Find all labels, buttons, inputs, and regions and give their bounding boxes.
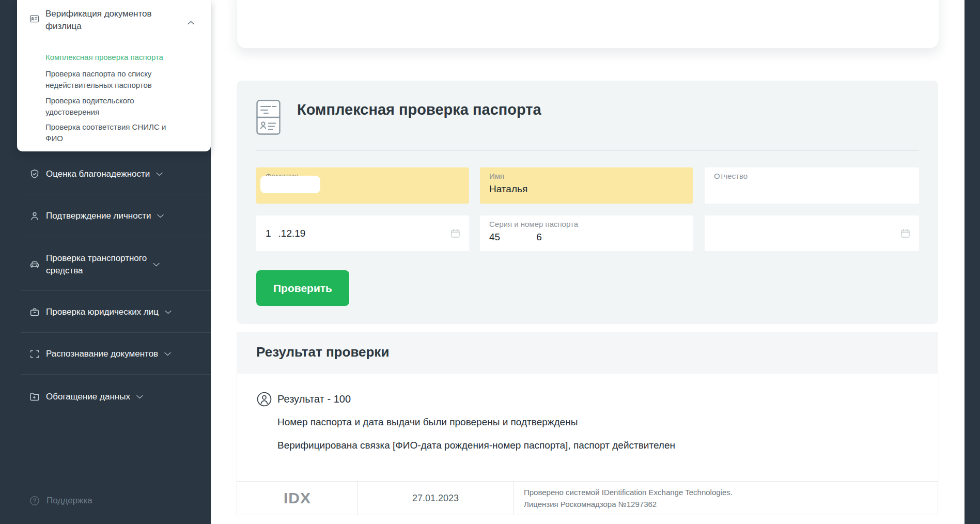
sidebar-item-snils-name-match-check[interactable]: Проверка соответствия СНИЛС и ФИО — [45, 121, 203, 144]
surname-field[interactable]: Фамилия — [256, 167, 469, 204]
chevron-down-icon — [157, 214, 164, 218]
sidebar-item-document-recognition[interactable]: Распознавание документов — [29, 342, 206, 366]
sidebar-item-driver-license-check[interactable]: Проверка водительского удостоверения — [45, 95, 203, 118]
result-detail-line: Номер паспорта и дата выдачи были провер… — [277, 416, 578, 428]
check-date: 27.01.2023 — [412, 493, 459, 504]
person-circle-icon — [256, 391, 272, 407]
sidebar-item-vehicle-check[interactable]: Проверка транспортного средства — [29, 252, 206, 277]
result-section-header: Результат проверки — [237, 332, 938, 374]
check-button[interactable]: Проверить — [256, 270, 349, 306]
result-footer: IDX 27.01.2023 Проверено системой IDenti… — [237, 481, 938, 515]
right-edge-panel — [965, 0, 980, 524]
license-text: Лицензия Роскомнадзора №1297362 — [524, 498, 657, 510]
chevron-up-icon — [188, 21, 194, 25]
sidebar-item-data-enrichment[interactable]: Обогащение данных — [29, 384, 206, 409]
first-name-label: Имя — [489, 172, 504, 180]
sidebar-item-legal-entities-check[interactable]: Проверка юридических лиц — [29, 300, 206, 325]
sidebar-item-label: Проверка юридических лиц — [46, 306, 159, 318]
sidebar-item-reliability-assessment[interactable]: Оценка благонадежности — [29, 162, 206, 187]
previous-section-card — [237, 0, 939, 49]
sidebar-item-label: Обогащение данных — [46, 391, 130, 403]
chevron-down-icon — [164, 352, 171, 356]
sidebar-item-label: Оценка благонадежности — [46, 168, 150, 180]
person-icon — [29, 210, 40, 222]
calendar-icon[interactable] — [900, 228, 911, 239]
result-section-body: Результат - 100 Номер паспорта и дата вы… — [237, 374, 939, 481]
result-score-line: Результат - 100 — [277, 393, 351, 405]
id-card-icon — [29, 13, 40, 24]
result-detail-line: Верифицирована связка [ФИО-дата рождения… — [277, 439, 675, 452]
sidebar-item-label: Проверка транспортного средства — [46, 252, 147, 277]
sidebar-divider — [21, 290, 211, 291]
submenu-title[interactable]: Верификация документов физлица — [45, 8, 185, 33]
title-divider — [256, 150, 919, 151]
shield-check-icon — [29, 168, 40, 180]
birth-date-field[interactable]: 1.12.19 — [256, 215, 469, 251]
passport-series-number-value: 456 — [489, 232, 542, 243]
chevron-down-icon — [153, 263, 160, 267]
sidebar-divider — [21, 194, 211, 194]
question-circle-icon — [29, 495, 40, 506]
sidebar-item-label: Распознавание документов — [46, 348, 158, 360]
sidebar: Верификация документов физлица Комплексн… — [0, 0, 211, 524]
passport-series-number-field[interactable]: Серия и номер паспорта 456 — [480, 215, 693, 251]
footer-logo-cell: IDX — [237, 482, 358, 515]
first-name-value: Наталья — [489, 183, 527, 195]
briefcase-icon — [29, 306, 40, 318]
sidebar-item-support[interactable]: Поддержка — [29, 495, 92, 506]
page-title: Комплексная проверка паспорта — [297, 101, 541, 118]
calendar-icon[interactable] — [450, 228, 461, 239]
footer-date-cell: 27.01.2023 — [358, 482, 514, 515]
chevron-down-icon — [165, 310, 172, 314]
issue-date-field[interactable] — [705, 215, 919, 251]
verified-by-text: Проверено системой IDentification Exchan… — [524, 486, 733, 498]
passport-document-icon — [256, 100, 281, 135]
result-heading: Результат проверки — [256, 344, 389, 360]
folder-plus-icon — [29, 391, 40, 403]
scan-icon — [29, 348, 40, 360]
passport-check-form-card: Комплексная проверка паспорта Фамилия Им… — [237, 81, 938, 324]
redaction-box — [260, 176, 320, 193]
car-icon — [29, 259, 40, 270]
submenu-panel-doc-verification: Верификация документов физлица Комплексн… — [17, 0, 211, 151]
sidebar-item-label: Подтверждение личности — [46, 210, 151, 222]
idx-logo: IDX — [284, 489, 311, 507]
chevron-down-icon — [156, 172, 163, 176]
patronymic-field[interactable]: Отчество — [705, 167, 919, 204]
patronymic-label: Отчество — [714, 172, 748, 180]
chevron-down-icon — [136, 395, 143, 399]
first-name-field[interactable]: Имя Наталья — [480, 167, 693, 204]
support-label: Поддержка — [46, 496, 92, 506]
sidebar-item-invalid-passport-list-check[interactable]: Проверка паспорта по списку недействител… — [45, 68, 203, 91]
sidebar-divider — [21, 374, 211, 375]
sidebar-item-complex-passport-check[interactable]: Комплексная проверка паспорта — [45, 52, 203, 63]
sidebar-item-identity-confirmation[interactable]: Подтверждение личности — [29, 204, 206, 228]
footer-license-cell: Проверено системой IDentification Exchan… — [514, 482, 938, 515]
sidebar-divider — [21, 332, 211, 333]
passport-series-number-label: Серия и номер паспорта — [489, 220, 578, 228]
birth-date-value: 1.12.19 — [266, 228, 305, 239]
sidebar-divider — [21, 237, 211, 237]
